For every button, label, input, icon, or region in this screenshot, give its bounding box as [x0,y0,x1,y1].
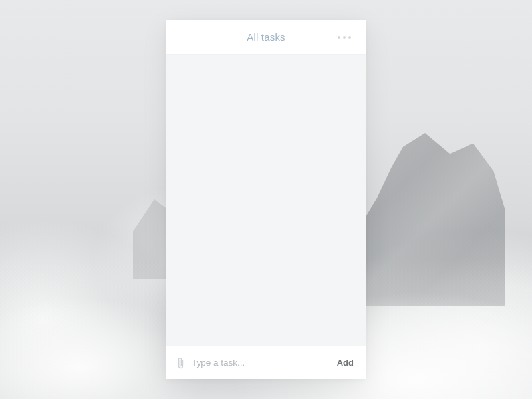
task-list-empty [166,55,366,346]
compose-bar: Add [166,346,366,379]
more-horizontal-icon[interactable] [334,32,355,43]
header: All tasks [166,20,366,55]
add-button[interactable]: Add [336,354,355,372]
task-input[interactable] [192,358,329,368]
page-title: All tasks [247,31,285,43]
paperclip-icon[interactable] [176,356,185,370]
tasks-app-card: All tasks Add [166,20,366,379]
